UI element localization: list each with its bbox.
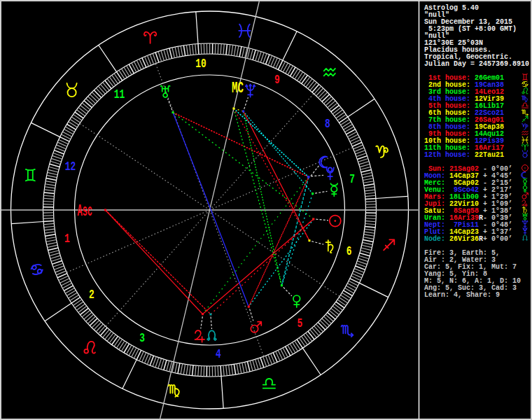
svg-text:5: 5 [298,315,303,330]
svg-text:Learn: 4, Share: 9: Learn: 4, Share: 9 [424,291,500,299]
svg-text:Node:: Node: [424,235,445,243]
svg-text:12: 12 [65,159,76,174]
svg-text:8: 8 [325,115,330,131]
svg-text:12th house:: 12th house: [424,151,470,159]
svg-text:10: 10 [195,56,206,71]
svg-text:26Vir36: 26Vir36 [449,235,479,243]
svg-text:22Tau21: 22Tau21 [475,151,504,159]
svg-text:MC: MC [232,80,244,97]
svg-text:3: 3 [139,330,145,345]
svg-text:2: 2 [89,286,94,302]
svg-text:6: 6 [346,243,352,258]
svg-text:7: 7 [349,172,355,187]
svg-text:+ 0°00’: + 0°00’ [483,235,512,243]
svg-text:Julian Day = 2457369.8910: Julian Day = 2457369.8910 [424,60,529,68]
svg-text:11: 11 [114,87,125,102]
svg-text:Asc: Asc [78,202,93,220]
svg-text:1: 1 [64,231,70,246]
svg-text:4: 4 [216,346,221,362]
svg-text:9: 9 [274,72,280,88]
